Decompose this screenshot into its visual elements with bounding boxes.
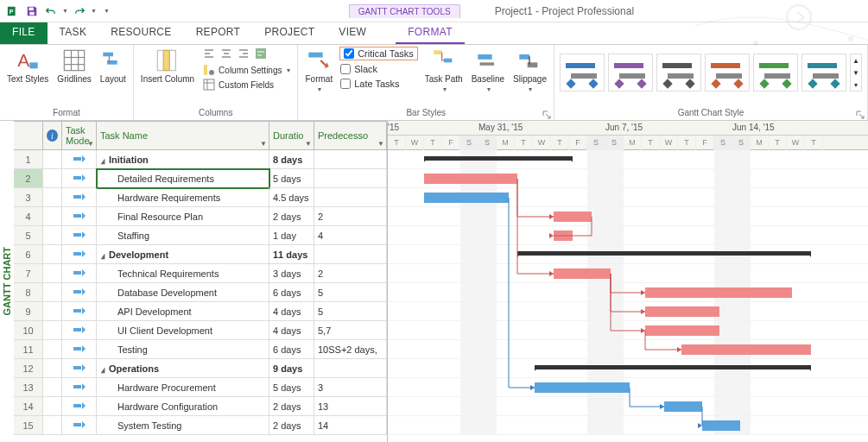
table-row[interactable]: 2 Detailed Requirements 5 days [14, 169, 387, 188]
task-bar[interactable] [645, 287, 792, 298]
baseline-button[interactable]: Baseline [470, 47, 506, 95]
gantt-row[interactable] [388, 302, 868, 321]
text-styles-button[interactable]: AText Styles [5, 47, 50, 85]
task-name-cell[interactable]: Initiation [97, 150, 269, 169]
info-cell[interactable] [43, 264, 62, 283]
row-number[interactable]: 3 [14, 188, 43, 207]
task-mode-cell[interactable] [62, 188, 97, 207]
row-number[interactable]: 12 [14, 359, 43, 378]
row-number[interactable]: 1 [14, 150, 43, 169]
row-number[interactable]: 4 [14, 207, 43, 226]
row-number[interactable]: 15 [14, 416, 43, 435]
task-mode-cell[interactable] [62, 283, 97, 302]
task-bar[interactable] [554, 212, 592, 222]
summary-bar[interactable] [424, 156, 573, 161]
task-bar[interactable] [681, 344, 811, 355]
duration-cell[interactable]: 4 days [269, 321, 314, 340]
table-row[interactable]: 4 Final Resource Plan 2 days 2 [14, 207, 387, 226]
predecessor-cell[interactable]: 3 [314, 378, 387, 397]
task-bar[interactable] [645, 325, 719, 336]
table-row[interactable]: 10 UI Client Development 4 days 5,7 [14, 321, 387, 340]
table-row[interactable]: 7 Technical Requirements 3 days 2 [14, 264, 387, 283]
table-row[interactable]: 1 Initiation 8 days [14, 150, 387, 169]
tab-format[interactable]: FORMAT [396, 22, 465, 44]
gantt-row[interactable] [388, 264, 868, 283]
custom-fields-button[interactable]: Custom Fields [201, 78, 292, 92]
row-number[interactable]: 10 [14, 321, 43, 340]
task-name-cell[interactable]: Hardware Configuration [97, 397, 269, 416]
task-name-cell[interactable]: Development [97, 245, 269, 264]
duration-cell[interactable]: 6 days [269, 340, 314, 359]
tab-task[interactable]: TASK [48, 22, 99, 44]
info-cell[interactable] [43, 283, 62, 302]
task-name-cell[interactable]: Staffing [97, 226, 269, 245]
info-cell[interactable] [43, 169, 62, 188]
task-bar[interactable] [535, 382, 630, 393]
info-cell[interactable] [43, 207, 62, 226]
task-mode-cell[interactable] [62, 321, 97, 340]
app-icon[interactable]: P [5, 3, 21, 19]
task-mode-cell[interactable] [62, 397, 97, 416]
header-info[interactable]: i [43, 121, 62, 150]
predecessor-cell[interactable]: 14 [314, 416, 387, 435]
row-number[interactable]: 2 [14, 169, 43, 188]
duration-cell[interactable]: 11 days [269, 245, 314, 264]
duration-cell[interactable]: 3 days [269, 264, 314, 283]
duration-cell[interactable]: 2 days [269, 397, 314, 416]
header-name[interactable]: Task Name▼ [97, 121, 269, 150]
task-mode-cell[interactable] [62, 359, 97, 378]
predecessor-cell[interactable]: 4 [314, 226, 387, 245]
task-mode-cell[interactable] [62, 169, 97, 188]
gridlines-button[interactable]: Gridlines [55, 47, 92, 85]
style-thumb-1[interactable] [608, 54, 653, 92]
task-name-cell[interactable]: Hardware Requirements [97, 188, 269, 207]
table-row[interactable]: 13 Hardware Procurement 5 days 3 [14, 378, 387, 397]
gantt-row[interactable] [388, 397, 868, 416]
row-number[interactable]: 14 [14, 397, 43, 416]
predecessor-cell[interactable]: 10SS+2 days, [314, 340, 387, 359]
task-name-cell[interactable]: Technical Requirements [97, 264, 269, 283]
style-thumb-4[interactable] [753, 54, 798, 92]
info-cell[interactable] [43, 302, 62, 321]
predecessor-cell[interactable]: 2 [314, 264, 387, 283]
align-right-button[interactable] [236, 47, 251, 60]
tab-project[interactable]: PROJECT [252, 22, 326, 44]
tab-view[interactable]: VIEW [326, 22, 378, 44]
table-row[interactable]: 9 API Development 4 days 5 [14, 302, 387, 321]
predecessor-cell[interactable]: 2 [314, 207, 387, 226]
redo-icon[interactable] [72, 3, 87, 19]
header-rownum[interactable] [14, 121, 43, 150]
tab-file[interactable]: FILE [0, 22, 48, 44]
duration-cell[interactable]: 2 days [269, 416, 314, 435]
task-bar[interactable] [645, 306, 719, 317]
task-name-cell[interactable]: API Development [97, 302, 269, 321]
tab-report[interactable]: REPORT [184, 22, 253, 44]
duration-cell[interactable]: 2 days [269, 207, 314, 226]
task-bar[interactable] [554, 268, 611, 279]
insert-column-button[interactable]: Insert Column [139, 47, 196, 85]
row-number[interactable]: 7 [14, 264, 43, 283]
qat-customize[interactable]: ▼ [104, 8, 110, 14]
layout-button[interactable]: Layout [98, 47, 128, 85]
table-row[interactable]: 6 Development 11 days [14, 245, 387, 264]
duration-cell[interactable]: 5 days [269, 378, 314, 397]
task-name-cell[interactable]: Database Development [97, 283, 269, 302]
late-tasks-checkbox[interactable]: Late Tasks [339, 78, 418, 90]
style-thumb-5[interactable] [801, 54, 846, 92]
row-number[interactable]: 13 [14, 378, 43, 397]
header-mode[interactable]: Task Mode▼ [62, 121, 97, 150]
info-cell[interactable] [43, 150, 62, 169]
row-number[interactable]: 5 [14, 226, 43, 245]
duration-cell[interactable]: 5 days [269, 169, 314, 188]
critical-tasks-checkbox[interactable]: Critical Tasks [339, 47, 418, 60]
table-row[interactable]: 12 Operations 9 days [14, 359, 387, 378]
info-cell[interactable] [43, 397, 62, 416]
align-center-button[interactable] [219, 47, 234, 60]
row-number[interactable]: 8 [14, 283, 43, 302]
task-name-cell[interactable]: Testing [97, 340, 269, 359]
duration-cell[interactable]: 1 day [269, 226, 314, 245]
task-bar[interactable] [424, 174, 517, 184]
redo-dropdown[interactable]: ▼ [91, 8, 97, 14]
bar-styles-launcher[interactable] [542, 110, 553, 119]
task-mode-cell[interactable] [62, 378, 97, 397]
